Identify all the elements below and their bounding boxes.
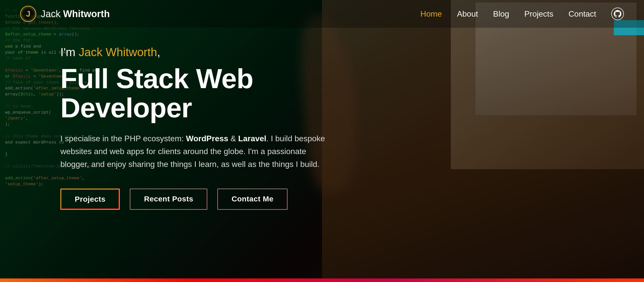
brand-logo-letter: J [26, 9, 30, 19]
github-icon[interactable] [611, 8, 624, 20]
nav-link-projects[interactable]: Projects [524, 9, 553, 19]
brand-name: Jack Whitworth [41, 9, 110, 19]
hero-intro: I'm Jack Whitworth, [60, 45, 387, 59]
brand-logo: J [20, 6, 36, 22]
desc-plain: I specialise in the PHP ecosystem: [60, 134, 186, 143]
navbar: J Jack Whitworth Home About Blog Project… [0, 0, 644, 28]
nav-link-blog[interactable]: Blog [493, 9, 509, 19]
intro-text: I'm [60, 46, 79, 59]
hero-content: I'm Jack Whitworth, Full Stack Web Devel… [60, 45, 387, 210]
brand-last-name: Whitworth [63, 9, 110, 19]
nav-links: Home About Blog Projects Contact [420, 8, 624, 20]
hero-title: Full Stack Web Developer [60, 64, 387, 122]
nav-link-about[interactable]: About [457, 9, 478, 19]
nav-link-home[interactable]: Home [420, 9, 442, 19]
desc-amp: & [228, 134, 238, 143]
desc-wordpress: WordPress [186, 134, 228, 143]
brand-first-name: Jack [41, 9, 63, 19]
brand-logo-link[interactable]: J Jack Whitworth [20, 6, 110, 22]
hero-name: Jack Whitworth [79, 46, 157, 59]
contact-me-button[interactable]: Contact Me [217, 189, 288, 210]
cta-buttons: Projects Recent Posts Contact Me [60, 189, 387, 210]
projects-button[interactable]: Projects [60, 189, 120, 210]
bottom-bar [0, 278, 644, 282]
hero-comma: , [157, 46, 160, 59]
nav-link-contact[interactable]: Contact [569, 9, 596, 19]
hero-description: I specialise in the PHP ecosystem: WordP… [60, 132, 337, 171]
desc-laravel: Laravel [238, 134, 266, 143]
recent-posts-button[interactable]: Recent Posts [130, 189, 207, 210]
